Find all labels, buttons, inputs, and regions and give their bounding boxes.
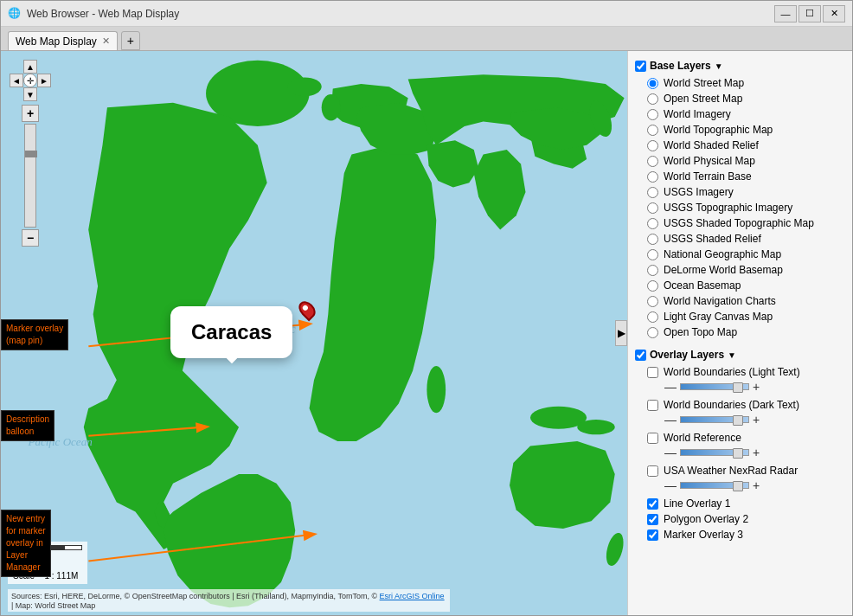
- opacity-handle[interactable]: [733, 382, 743, 393]
- layer-item-world-shaded-relief[interactable]: World Shaded Relief: [633, 138, 847, 153]
- overlay-item-line-overlay-1: Line Overlay 1: [633, 496, 847, 511]
- overlay-layers-header[interactable]: Overlay Layers ▼: [633, 345, 847, 364]
- overlay-row[interactable]: USA Weather NexRad Radar: [647, 465, 843, 477]
- overlay-row[interactable]: Line Overlay 1: [647, 497, 843, 510]
- layer-radio-national-geographic-map[interactable]: [647, 249, 658, 260]
- layer-radio-world-shaded-relief[interactable]: [647, 140, 658, 151]
- layer-radio-world-street-map[interactable]: [647, 78, 658, 89]
- layer-item-world-navigation-charts[interactable]: World Navigation Charts: [633, 293, 847, 309]
- overlay-checkbox-marker-overlay-3[interactable]: [647, 529, 658, 541]
- layer-item-ocean-basemap[interactable]: Ocean Basemap: [633, 278, 847, 293]
- tab-web-map-display[interactable]: Web Map Display ✕: [8, 31, 118, 50]
- zoom-out-button[interactable]: −: [22, 229, 39, 247]
- layer-item-light-gray-canvas-map[interactable]: Light Gray Canvas Map: [633, 309, 847, 324]
- overlay-row[interactable]: Polygon Overlay 2: [647, 513, 843, 525]
- layer-radio-world-topographic-map[interactable]: [647, 125, 658, 136]
- opacity-minus-button[interactable]: —: [664, 380, 677, 394]
- layer-radio-world-navigation-charts[interactable]: [647, 296, 658, 307]
- layer-item-open-street-map[interactable]: Open Street Map: [633, 91, 847, 106]
- opacity-slider[interactable]: [680, 449, 749, 456]
- overlay-checkbox-polygon-overlay-2[interactable]: [647, 514, 658, 525]
- map-marker[interactable]: [300, 300, 314, 319]
- layer-item-usgs-shaded-topographic-map[interactable]: USGS Shaded Topographic Map: [633, 215, 847, 231]
- pan-right-button[interactable]: ►: [37, 74, 51, 87]
- layer-radio-world-physical-map[interactable]: [647, 156, 658, 167]
- overlay-label: Line Overlay 1: [664, 497, 730, 510]
- pan-center-button[interactable]: ✛: [23, 74, 37, 87]
- layer-item-delorme-world-basemap[interactable]: DeLorme World Basemap: [633, 262, 847, 278]
- pan-control: ▲ ◄ ✛ ► ▼: [10, 60, 51, 101]
- pan-up-button[interactable]: ▲: [23, 60, 37, 74]
- overlay-checkbox-world-reference[interactable]: [647, 433, 658, 444]
- sidebar-collapse-button[interactable]: ▶: [615, 320, 627, 346]
- layer-label: USGS Shaded Relief: [664, 233, 761, 245]
- layer-item-world-imagery[interactable]: World Imagery: [633, 106, 847, 122]
- svg-point-2: [288, 77, 322, 96]
- tab-close-button[interactable]: ✕: [102, 35, 110, 47]
- overlay-checkbox-line-overlay-1[interactable]: [647, 498, 658, 510]
- map-area[interactable]: Atlantic Ocean Pacific Ocean: [1, 51, 627, 615]
- layer-radio-open-street-map[interactable]: [647, 93, 658, 105]
- base-layers-header[interactable]: Base Layers ▼: [633, 56, 847, 75]
- layer-item-usgs-imagery[interactable]: USGS Imagery: [633, 184, 847, 200]
- pan-down-button[interactable]: ▼: [23, 87, 37, 101]
- opacity-handle[interactable]: [733, 481, 743, 491]
- close-button[interactable]: ✕: [823, 5, 845, 22]
- opacity-plus-button[interactable]: +: [753, 478, 760, 492]
- layer-radio-usgs-shaded-relief[interactable]: [647, 234, 658, 245]
- opacity-slider[interactable]: [680, 383, 749, 390]
- layer-item-world-physical-map[interactable]: World Physical Map: [633, 153, 847, 169]
- layer-radio-open-topo-map[interactable]: [647, 327, 658, 338]
- overlay-checkbox-world-boundaries-light[interactable]: [647, 367, 658, 378]
- zoom-slider[interactable]: [24, 124, 36, 228]
- layer-radio-world-terrain-base[interactable]: [647, 171, 658, 183]
- annotation-text: Marker overlay(map pin): [6, 324, 63, 345]
- tab-add-button[interactable]: +: [121, 31, 140, 50]
- layer-item-open-topo-map[interactable]: Open Topo Map: [633, 324, 847, 340]
- overlay-checkbox-usa-weather-nexrad-radar[interactable]: [647, 465, 658, 477]
- layer-item-usgs-topographic-imagery[interactable]: USGS Topographic Imagery: [633, 200, 847, 215]
- layer-label: World Topographic Map: [664, 124, 773, 136]
- overlay-checkbox-world-boundaries-dark[interactable]: [647, 400, 658, 411]
- layer-radio-delorme-world-basemap[interactable]: [647, 265, 658, 276]
- layer-radio-usgs-imagery[interactable]: [647, 187, 658, 198]
- opacity-minus-button[interactable]: —: [664, 413, 677, 427]
- layer-radio-world-imagery[interactable]: [647, 109, 658, 120]
- opacity-handle[interactable]: [733, 448, 743, 459]
- overlay-layers-collapse-arrow[interactable]: ▼: [728, 350, 736, 360]
- attribution-link[interactable]: Esri ArcGIS Online: [380, 592, 445, 600]
- opacity-slider[interactable]: [680, 482, 749, 489]
- layer-item-world-street-map[interactable]: World Street Map: [633, 75, 847, 91]
- layer-item-world-terrain-base[interactable]: World Terrain Base: [633, 169, 847, 184]
- overlay-row[interactable]: World Boundaries (Light Text): [647, 366, 843, 378]
- pan-left-button[interactable]: ◄: [10, 74, 23, 87]
- overlay-row[interactable]: Marker Overlay 3: [647, 529, 843, 541]
- layer-item-usgs-shaded-relief[interactable]: USGS Shaded Relief: [633, 231, 847, 247]
- zoom-in-button[interactable]: +: [22, 105, 39, 122]
- overlay-layers-checkbox[interactable]: [635, 350, 646, 361]
- layer-radio-light-gray-canvas-map[interactable]: [647, 311, 658, 323]
- opacity-handle[interactable]: [733, 415, 743, 426]
- window-controls: — ☐ ✕: [774, 5, 845, 22]
- layer-radio-ocean-basemap[interactable]: [647, 280, 658, 292]
- opacity-plus-button[interactable]: +: [753, 446, 760, 459]
- opacity-slider[interactable]: [680, 416, 749, 423]
- maximize-button[interactable]: ☐: [798, 5, 821, 22]
- layer-radio-usgs-topographic-imagery[interactable]: [647, 202, 658, 214]
- zoom-handle[interactable]: [25, 151, 37, 157]
- opacity-plus-button[interactable]: +: [753, 380, 760, 394]
- opacity-minus-button[interactable]: —: [664, 478, 677, 492]
- layer-radio-usgs-shaded-topographic-map[interactable]: [647, 218, 658, 229]
- navigation-controls: ▲ ◄ ✛ ► ▼ + −: [10, 60, 51, 247]
- overlay-item-usa-weather-nexrad-radar: USA Weather NexRad Radar — +: [633, 463, 847, 496]
- base-layers-collapse-arrow[interactable]: ▼: [715, 61, 723, 71]
- overlay-row[interactable]: World Reference: [647, 432, 843, 444]
- opacity-plus-button[interactable]: +: [753, 413, 760, 427]
- minimize-button[interactable]: —: [774, 5, 797, 22]
- svg-point-4: [426, 366, 446, 413]
- layer-item-world-topographic-map[interactable]: World Topographic Map: [633, 122, 847, 138]
- overlay-row[interactable]: World Boundaries (Dark Text): [647, 399, 843, 411]
- opacity-minus-button[interactable]: —: [664, 446, 677, 459]
- base-layers-checkbox[interactable]: [635, 61, 646, 72]
- layer-item-national-geographic-map[interactable]: National Geographic Map: [633, 247, 847, 262]
